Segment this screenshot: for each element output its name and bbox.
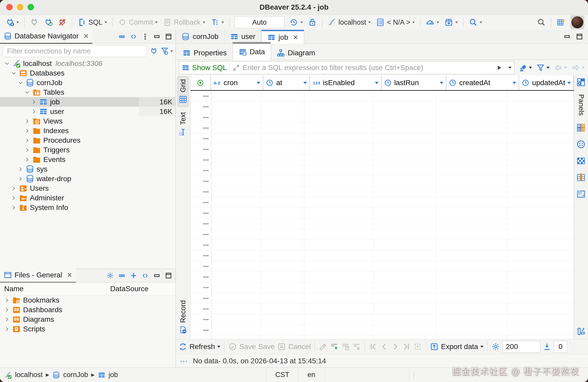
- files-item-bookmarks[interactable]: Bookmarks: [0, 295, 176, 305]
- grid-cell[interactable]: [374, 250, 436, 261]
- grid-cell[interactable]: [436, 272, 507, 282]
- grid-cell[interactable]: [304, 208, 374, 218]
- grid-cell[interactable]: [304, 133, 374, 144]
- minimize-panel-icon[interactable]: [153, 33, 161, 40]
- grid-row[interactable]: [191, 304, 574, 314]
- tree-item-indexes[interactable]: Indexes: [0, 126, 176, 135]
- grid-cell[interactable]: [304, 144, 374, 154]
- chevron-down-icon[interactable]: [24, 90, 30, 95]
- column-header-createdat[interactable]: createdAt: [446, 76, 519, 90]
- row-header-cell[interactable]: [191, 314, 212, 325]
- breadcrumb-item[interactable]: cornJob: [63, 371, 88, 379]
- grid-cell[interactable]: [436, 197, 507, 208]
- grid-cell[interactable]: [507, 314, 574, 325]
- erase-filter-button[interactable]: [519, 63, 532, 72]
- grid-cell[interactable]: [436, 144, 507, 154]
- chevron-right-icon[interactable]: [18, 176, 23, 182]
- grid-cell[interactable]: [374, 282, 436, 293]
- grid-cell[interactable]: [261, 101, 304, 112]
- row-header-cell[interactable]: [191, 144, 212, 154]
- collapse-all-icon[interactable]: [118, 272, 126, 279]
- data-transfer-button[interactable]: [443, 16, 460, 28]
- grid-cell[interactable]: [261, 208, 304, 218]
- grid-cell[interactable]: [507, 208, 574, 218]
- reconnect-button[interactable]: [42, 16, 54, 28]
- subtab-diagram[interactable]: Diagram: [271, 46, 321, 60]
- grid-cell[interactable]: [261, 229, 304, 240]
- view-menu-icon[interactable]: [141, 33, 149, 40]
- grid-cell[interactable]: [212, 325, 261, 335]
- grid-cell[interactable]: [374, 208, 436, 218]
- grid-cell[interactable]: [374, 91, 436, 101]
- grid-cell[interactable]: [212, 293, 261, 303]
- grid-cell[interactable]: [507, 176, 574, 186]
- tree-item-localhost[interactable]: localhostlocalhost:3306: [0, 59, 176, 68]
- tree-item-events[interactable]: Events: [0, 155, 176, 164]
- grid-row[interactable]: [191, 219, 574, 229]
- grid-cell[interactable]: [436, 250, 507, 261]
- grid-cell[interactable]: [304, 176, 374, 186]
- row-header-cell[interactable]: [191, 91, 212, 101]
- grid-cell[interactable]: [212, 336, 261, 339]
- grid-cell[interactable]: [507, 112, 574, 122]
- grid-cell[interactable]: [374, 123, 436, 133]
- first-row-button[interactable]: [369, 342, 377, 351]
- row-header-cell[interactable]: [191, 304, 212, 314]
- tree-item-job[interactable]: job16K: [0, 97, 176, 107]
- gear-icon[interactable]: [106, 272, 114, 279]
- grid-cell[interactable]: [436, 293, 507, 303]
- grid-row[interactable]: [191, 261, 574, 272]
- column-header-datasource[interactable]: DataSource: [106, 283, 176, 295]
- grid-cell[interactable]: [374, 229, 436, 240]
- grid-cell[interactable]: [261, 240, 304, 250]
- editor-tab-job[interactable]: job✕: [261, 30, 304, 44]
- grid-cell[interactable]: [261, 123, 304, 133]
- grid-row[interactable]: [191, 314, 574, 325]
- tree-item-databases[interactable]: Databases: [0, 68, 176, 78]
- link-with-editor-icon[interactable]: [141, 272, 149, 279]
- column-header-name[interactable]: Name: [0, 285, 106, 293]
- filter-expression-input[interactable]: Enter a SQL expression to filter results…: [243, 64, 493, 72]
- grid-row[interactable]: [191, 144, 574, 155]
- grid-row[interactable]: [191, 197, 574, 208]
- row-header-cell[interactable]: [191, 133, 212, 144]
- grid-cell[interactable]: [436, 165, 507, 176]
- chevron-right-icon[interactable]: [24, 157, 30, 162]
- grid-cell[interactable]: [212, 187, 261, 197]
- grid-row[interactable]: [191, 229, 574, 240]
- grid-cell[interactable]: [304, 101, 374, 112]
- chevron-right-icon[interactable]: [4, 307, 10, 313]
- grid-row[interactable]: [191, 240, 574, 250]
- grid-cell[interactable]: [212, 112, 261, 122]
- active-database-select[interactable]: < N/A >: [374, 16, 417, 28]
- row-header-cell[interactable]: [191, 272, 212, 282]
- transaction-log-button[interactable]: [209, 16, 226, 28]
- view-tab-grid[interactable]: Grid: [178, 76, 188, 107]
- new-connection-button[interactable]: [4, 16, 21, 28]
- grid-cell[interactable]: [436, 229, 507, 240]
- sql-editor-button[interactable]: SQL: [76, 16, 109, 28]
- metadata-panel-icon[interactable]: [576, 156, 586, 166]
- grid-cell[interactable]: [212, 176, 261, 186]
- grid-cell[interactable]: [304, 261, 374, 271]
- result-settings-button[interactable]: [491, 342, 500, 351]
- grid-cell[interactable]: [507, 165, 574, 176]
- filters-menu-button[interactable]: [536, 63, 550, 72]
- minimize-editor-icon[interactable]: [563, 30, 571, 43]
- column-header-isenabled[interactable]: 123isEnabled: [310, 76, 381, 90]
- column-menu-icon[interactable]: [440, 82, 443, 84]
- grid-cell[interactable]: [212, 155, 261, 165]
- close-tab-icon[interactable]: ✕: [293, 34, 298, 41]
- grid-cell[interactable]: [212, 250, 261, 261]
- grid-cell[interactable]: [436, 336, 507, 339]
- grid-cell[interactable]: [374, 304, 436, 314]
- row-header-cell[interactable]: [191, 325, 212, 335]
- grid-cell[interactable]: [212, 197, 261, 208]
- toggle-layout-icon[interactable]: [576, 327, 586, 336]
- grid-cell[interactable]: [374, 133, 436, 144]
- breadcrumb-item[interactable]: job: [109, 371, 118, 379]
- column-header-at[interactable]: at: [263, 76, 310, 90]
- grid-cell[interactable]: [507, 325, 574, 335]
- row-header-cell[interactable]: [191, 261, 212, 271]
- files-item-dashboards[interactable]: Dashboards: [0, 305, 176, 315]
